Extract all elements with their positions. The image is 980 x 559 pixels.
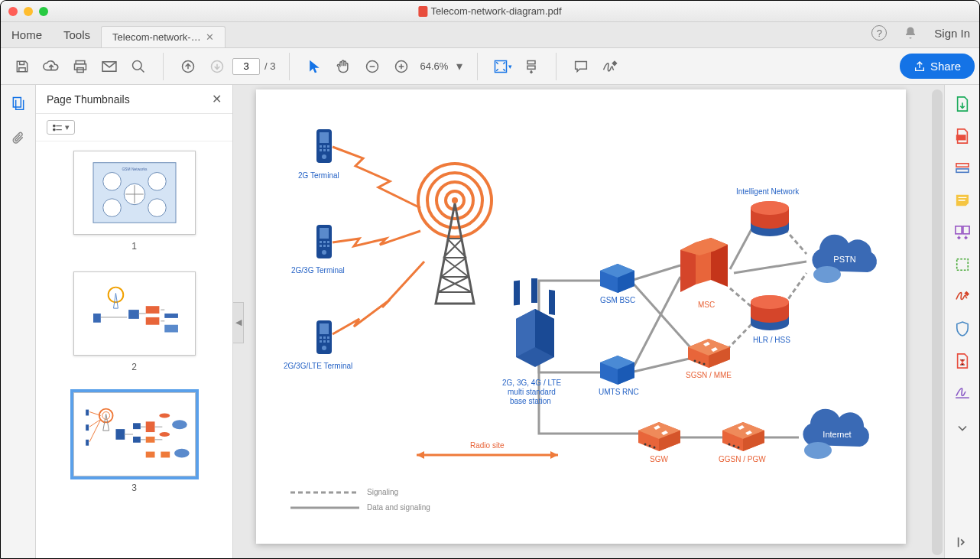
svg-rect-32 bbox=[86, 424, 89, 431]
thumb2-preview bbox=[74, 272, 195, 355]
fit-icon bbox=[493, 59, 508, 74]
print-button[interactable] bbox=[67, 53, 94, 80]
sgsn-router-icon bbox=[684, 336, 734, 369]
cloud-upload-button[interactable] bbox=[37, 53, 65, 80]
svg-rect-12 bbox=[13, 98, 21, 108]
protect-button[interactable] bbox=[954, 320, 971, 337]
svg-point-84 bbox=[699, 362, 701, 364]
pdf-doc-icon bbox=[955, 128, 970, 145]
svg-rect-103 bbox=[955, 226, 961, 234]
pointer-tool-button[interactable] bbox=[300, 53, 328, 80]
share-button[interactable]: Share bbox=[900, 54, 975, 79]
thumbnails-rail-button[interactable] bbox=[11, 96, 26, 114]
tab-document[interactable]: Telecom-network-… ✕ bbox=[101, 26, 226, 47]
svg-point-19 bbox=[148, 199, 166, 217]
scroll-icon bbox=[524, 59, 539, 74]
svg-point-43 bbox=[172, 420, 187, 429]
combine-icon bbox=[954, 225, 971, 240]
svg-rect-11 bbox=[527, 66, 535, 69]
chevron-down-icon bbox=[957, 424, 968, 432]
thumbnails-options-button[interactable]: ▾ bbox=[47, 120, 75, 135]
zoom-out-button[interactable] bbox=[359, 53, 386, 80]
scroll-mode-button[interactable] bbox=[518, 53, 545, 80]
svg-rect-66 bbox=[323, 241, 326, 243]
fill-sign-button[interactable] bbox=[954, 385, 971, 401]
floppy-icon bbox=[15, 59, 30, 74]
svg-rect-102 bbox=[956, 169, 969, 172]
sign-in-button[interactable]: Sign In bbox=[934, 27, 970, 40]
svg-rect-63 bbox=[320, 228, 329, 239]
fit-page-button[interactable]: ▾ bbox=[488, 53, 516, 80]
svg-point-41 bbox=[159, 414, 170, 418]
tab-tools[interactable]: Tools bbox=[53, 22, 101, 47]
help-button[interactable]: ? bbox=[871, 25, 887, 41]
comment-icon bbox=[573, 60, 589, 73]
svg-rect-65 bbox=[320, 241, 322, 243]
svg-point-89 bbox=[729, 444, 731, 446]
svg-point-64 bbox=[322, 250, 326, 255]
edit-pdf-button[interactable] bbox=[954, 160, 971, 177]
thumbnail-page-1[interactable]: GSM Networks bbox=[73, 151, 196, 235]
page-number-input[interactable] bbox=[232, 58, 260, 75]
thumbnails-panel: Page Thumbnails ✕ ▾ GSM Networks 1 bbox=[36, 85, 233, 559]
svg-rect-101 bbox=[956, 164, 969, 167]
compress-doc-icon bbox=[955, 353, 970, 369]
thumbnail-page-1-number: 1 bbox=[131, 241, 137, 252]
cursor-icon bbox=[307, 59, 321, 74]
phone-lte-icon bbox=[313, 319, 335, 357]
compress-button[interactable] bbox=[954, 353, 971, 369]
maximize-window-button[interactable] bbox=[39, 7, 48, 16]
prev-page-button[interactable] bbox=[174, 53, 202, 80]
svg-rect-75 bbox=[323, 336, 326, 339]
svg-rect-61 bbox=[327, 149, 329, 151]
save-button[interactable] bbox=[8, 53, 36, 80]
thumbnail-page-3[interactable] bbox=[73, 392, 196, 476]
redact-pen-icon bbox=[954, 291, 971, 303]
svg-rect-82 bbox=[549, 290, 555, 315]
zoom-in-button[interactable] bbox=[388, 53, 415, 80]
svg-point-87 bbox=[649, 445, 651, 447]
svg-rect-54 bbox=[320, 132, 329, 143]
svg-rect-57 bbox=[323, 145, 326, 148]
next-page-button[interactable] bbox=[203, 53, 231, 80]
svg-text:PSTN: PSTN bbox=[833, 255, 855, 264]
create-pdf-button[interactable] bbox=[954, 128, 971, 145]
close-tab-icon[interactable]: ✕ bbox=[206, 31, 214, 43]
search-button[interactable] bbox=[125, 53, 152, 80]
svg-point-55 bbox=[322, 154, 326, 159]
collapse-sidebar-button[interactable]: ◀ bbox=[233, 302, 244, 343]
svg-rect-81 bbox=[531, 278, 537, 303]
svg-rect-69 bbox=[323, 245, 326, 247]
collapse-right-rail-button[interactable] bbox=[954, 534, 971, 551]
minimize-window-button[interactable] bbox=[24, 7, 33, 16]
export-pdf-button[interactable] bbox=[954, 96, 971, 112]
attachments-rail-button[interactable] bbox=[11, 131, 25, 149]
svg-point-44 bbox=[174, 449, 190, 458]
thumbnail-page-2[interactable] bbox=[73, 271, 196, 356]
tab-document-label: Telecom-network-… bbox=[112, 31, 201, 43]
close-window-button[interactable] bbox=[8, 7, 18, 16]
thumbnails-list: GSM Networks 1 2 bbox=[36, 141, 232, 559]
comment-panel-button[interactable] bbox=[954, 192, 971, 209]
label-radio-site: Radio site bbox=[470, 441, 504, 450]
window-title-text: Telecom-network-diagram.pdf bbox=[430, 5, 561, 17]
comment-button[interactable] bbox=[567, 53, 595, 80]
more-tools-button[interactable] bbox=[954, 420, 971, 437]
notifications-button[interactable] bbox=[904, 26, 917, 40]
email-button[interactable] bbox=[96, 53, 123, 80]
svg-text:Internet: Internet bbox=[823, 430, 851, 439]
tab-home[interactable]: Home bbox=[1, 22, 53, 47]
sign-button[interactable] bbox=[596, 53, 624, 80]
close-thumbnails-button[interactable]: ✕ bbox=[212, 92, 222, 106]
zoom-dropdown-button[interactable]: ▾ bbox=[453, 53, 466, 80]
organize-button[interactable] bbox=[954, 256, 971, 273]
printer-icon bbox=[73, 59, 88, 74]
base-station-icon bbox=[501, 277, 570, 369]
hand-tool-button[interactable] bbox=[329, 53, 357, 80]
vertical-scrollbar[interactable] bbox=[932, 89, 943, 555]
arrow-up-circle-icon bbox=[180, 59, 196, 74]
document-canvas[interactable]: ◀ bbox=[233, 85, 944, 559]
redact-button[interactable] bbox=[954, 288, 971, 305]
share-icon bbox=[913, 60, 926, 73]
combine-button[interactable] bbox=[954, 224, 971, 241]
